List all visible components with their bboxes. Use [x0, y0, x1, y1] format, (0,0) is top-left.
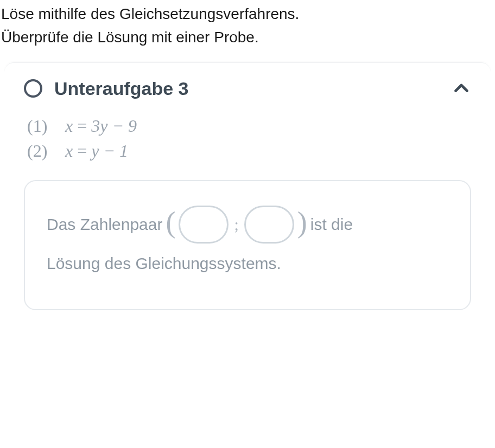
answer-prefix: Das Zahlenpaar	[47, 205, 162, 244]
answer-suffix: ist die	[310, 205, 353, 244]
equation-2-lhs: x	[65, 141, 73, 161]
answer-input-y[interactable]	[244, 206, 294, 244]
answer-line-1: Das Zahlenpaar ( ; ) ist die	[47, 205, 448, 244]
equals-sign: =	[77, 116, 91, 136]
equation-1-number: (1)	[27, 113, 65, 138]
equation-2-rhs: y − 1	[91, 141, 128, 161]
instruction-line-1: Löse mithilfe des Gleichsetzungsverfahre…	[1, 2, 494, 25]
status-circle-icon	[24, 79, 42, 98]
equation-2: (2) x = y − 1	[27, 138, 471, 163]
answer-line-2: Lösung des Gleichungssystems.	[47, 244, 448, 283]
equation-1: (1) x = 3y − 9	[27, 113, 471, 138]
instructions: Löse mithilfe des Gleichsetzungsverfahre…	[0, 0, 495, 59]
equals-sign: =	[77, 141, 91, 161]
pair-separator: ;	[234, 205, 238, 244]
instruction-line-2: Überprüfe die Lösung mit einer Probe.	[1, 25, 494, 49]
subtask-title: Unteraufgabe 3	[54, 78, 452, 99]
equation-1-rhs: 3y − 9	[91, 116, 137, 136]
equation-1-lhs: x	[65, 116, 73, 136]
chevron-up-icon	[452, 79, 471, 98]
answer-input-x[interactable]	[179, 206, 229, 244]
subtask-card: Unteraufgabe 3 (1) x = 3y − 9 (2) x = y …	[4, 62, 491, 310]
subtask-header[interactable]: Unteraufgabe 3	[4, 63, 491, 109]
equation-2-number: (2)	[27, 138, 65, 163]
answer-box: Das Zahlenpaar ( ; ) ist die Lösung des …	[24, 180, 471, 310]
equation-block: (1) x = 3y − 9 (2) x = y − 1	[4, 109, 491, 177]
